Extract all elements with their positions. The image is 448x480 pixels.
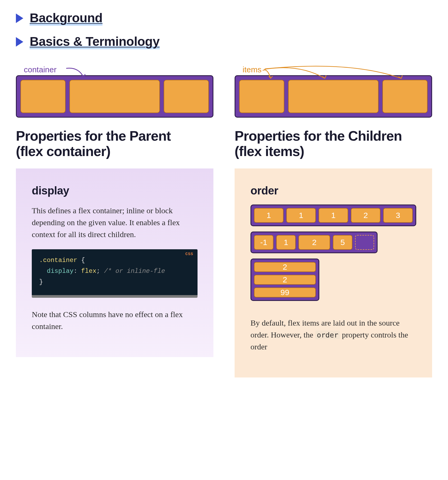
property-title: order [250, 184, 416, 197]
order-cell: 2 [351, 208, 380, 223]
accordion-title: Background [30, 11, 102, 26]
illustration-label: container [24, 65, 56, 74]
inline-code: order [315, 331, 340, 339]
accordion-background[interactable]: Background [16, 11, 432, 26]
arrow-curved-icon [65, 66, 89, 82]
order-cell: -1 [254, 235, 274, 250]
container-illustration: container [16, 65, 213, 118]
order-cell: 1 [286, 208, 316, 223]
illustration-label: items [243, 65, 262, 74]
order-description: By default, flex items are laid out in t… [250, 317, 416, 353]
order-cell: 1 [276, 235, 296, 250]
order-cell: 99 [254, 287, 316, 297]
order-cell: 2 [298, 235, 330, 250]
prose: This defines a flex container; inline or… [32, 205, 198, 240]
triangle-right-icon [16, 14, 23, 23]
flex-item-box [382, 80, 428, 113]
triangle-right-icon [16, 37, 23, 47]
code-line: } [39, 277, 190, 288]
order-cell-empty [355, 235, 374, 250]
flex-item-box [164, 80, 209, 113]
flex-item-box [288, 80, 379, 113]
two-column-layout: container Properties for the Parent (fle… [16, 65, 432, 377]
order-cell: 2 [254, 275, 316, 285]
order-illustration: 1 1 1 2 3 -1 1 2 5 2 2 99 [250, 205, 416, 301]
flex-item-box [20, 80, 66, 113]
code-line: display: flex; /* or inline-fle [39, 266, 190, 277]
accordion-title: Basics & Terminology [30, 34, 160, 49]
flex-container-box [16, 75, 213, 118]
code-line: .container { [39, 255, 190, 266]
order-cell: 5 [333, 235, 352, 250]
order-cell: 3 [383, 208, 413, 223]
order-row: 2 2 99 [250, 259, 319, 301]
arrows-multi-icon [261, 65, 427, 82]
children-heading: Properties for the Children (flex items) [235, 128, 432, 159]
display-note: Note that CSS columns have no effect on … [32, 308, 198, 332]
prose: By default, flex items are laid out in t… [250, 317, 416, 353]
prose: Note that CSS columns have no effect on … [32, 308, 198, 332]
parent-heading: Properties for the Parent (flex containe… [16, 128, 213, 159]
code-block: CSS .container { display: flex; /* or in… [32, 249, 198, 297]
flex-item-box [239, 80, 284, 113]
display-description: This defines a flex container; inline or… [32, 205, 198, 240]
accordion-basics-terminology[interactable]: Basics & Terminology [16, 34, 432, 49]
display-panel: display This defines a flex container; i… [16, 168, 213, 357]
order-row: -1 1 2 5 [250, 232, 378, 253]
order-cell: 2 [254, 262, 316, 272]
column-parent: container Properties for the Parent (fle… [16, 65, 213, 377]
property-title: display [32, 184, 198, 197]
order-cell: 1 [319, 208, 348, 223]
order-cell: 1 [254, 208, 284, 223]
code-language-badge: CSS [185, 252, 193, 256]
flex-item-box [69, 80, 160, 113]
order-panel: order 1 1 1 2 3 -1 1 2 5 2 [235, 168, 432, 377]
column-children: items Properties for the Children (flex … [235, 65, 432, 377]
order-row: 1 1 1 2 3 [250, 205, 416, 226]
items-illustration: items [235, 65, 432, 118]
